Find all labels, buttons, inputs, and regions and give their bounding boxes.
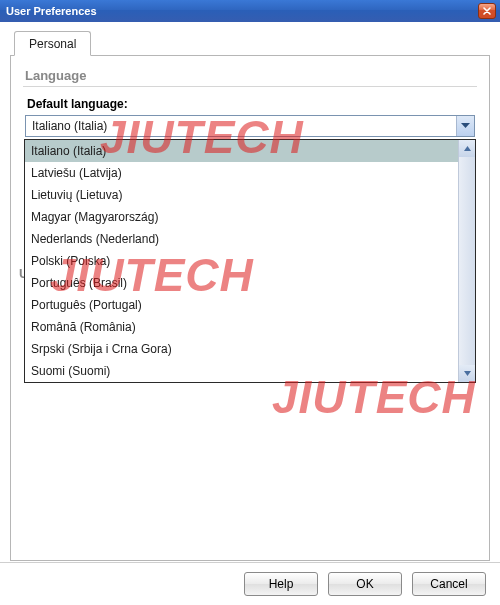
scroll-up-button[interactable] [459, 140, 475, 157]
language-dropdown: Italiano (Italia)Latviešu (Latvija)Lietu… [24, 139, 476, 383]
window-title: User Preferences [6, 5, 478, 17]
default-language-combobox[interactable]: Italiano (Italia) [25, 115, 475, 137]
dropdown-item[interactable]: Italiano (Italia) [25, 140, 458, 162]
dropdown-item[interactable]: Srpski (Srbija i Crna Gora) [25, 338, 458, 360]
chevron-up-icon [464, 146, 471, 151]
divider [23, 86, 477, 87]
help-button[interactable]: Help [244, 572, 318, 596]
dropdown-item[interactable]: Latviešu (Latvija) [25, 162, 458, 184]
tab-strip: Personal [14, 30, 490, 56]
dropdown-item[interactable]: Português (Brasil) [25, 272, 458, 294]
dropdown-item[interactable]: Suomi (Suomi) [25, 360, 458, 382]
chevron-down-icon [464, 371, 471, 376]
scrollbar[interactable] [458, 140, 475, 382]
language-heading: Language [25, 68, 477, 83]
ok-button[interactable]: OK [328, 572, 402, 596]
combobox-arrow[interactable] [456, 116, 474, 136]
tab-personal[interactable]: Personal [14, 31, 91, 56]
dropdown-item[interactable]: Português (Portugal) [25, 294, 458, 316]
close-icon [483, 7, 491, 15]
dropdown-item[interactable]: Nederlands (Nederland) [25, 228, 458, 250]
dropdown-item[interactable]: Lietuvių (Lietuva) [25, 184, 458, 206]
dropdown-item[interactable]: Magyar (Magyarország) [25, 206, 458, 228]
cancel-button[interactable]: Cancel [412, 572, 486, 596]
tab-panel: Language Default language: Italiano (Ita… [10, 55, 490, 561]
chevron-down-icon [461, 123, 470, 129]
button-bar: Help OK Cancel [0, 562, 500, 604]
dropdown-item[interactable]: Polski (Polska) [25, 250, 458, 272]
scroll-down-button[interactable] [459, 365, 475, 382]
dropdown-list: Italiano (Italia)Latviešu (Latvija)Lietu… [25, 140, 458, 382]
combobox-value: Italiano (Italia) [26, 119, 456, 133]
title-bar: User Preferences [0, 0, 500, 22]
window-body: Personal Language Default language: Ital… [0, 22, 500, 562]
dropdown-item[interactable]: Română (România) [25, 316, 458, 338]
default-language-label: Default language: [27, 97, 477, 111]
close-button[interactable] [478, 3, 496, 19]
